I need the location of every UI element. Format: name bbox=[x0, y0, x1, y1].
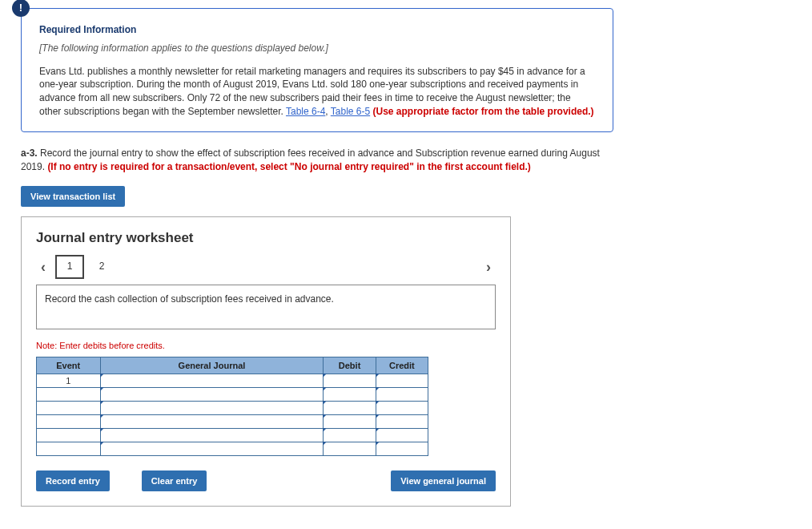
account-cell[interactable] bbox=[100, 415, 324, 429]
entry-instruction: Record the cash collection of subscripti… bbox=[36, 285, 496, 329]
table-link-6-4[interactable]: Table 6-4 bbox=[286, 106, 325, 117]
header-event: Event bbox=[37, 357, 101, 374]
account-cell[interactable] bbox=[100, 374, 324, 388]
debit-cell[interactable] bbox=[324, 442, 376, 456]
clear-entry-button[interactable]: Clear entry bbox=[142, 470, 207, 491]
debits-before-credits-note: Note: Enter debits before credits. bbox=[36, 341, 496, 350]
view-transaction-list-button[interactable]: View transaction list bbox=[21, 186, 125, 207]
required-info-title: Required Information bbox=[39, 23, 595, 37]
question-prefix: a-3. bbox=[21, 147, 38, 159]
worksheet-title: Journal entry worksheet bbox=[36, 230, 496, 246]
credit-cell[interactable] bbox=[376, 374, 428, 388]
credit-cell[interactable] bbox=[376, 402, 428, 415]
account-cell[interactable] bbox=[100, 429, 324, 442]
page-tab-2[interactable]: 2 bbox=[89, 256, 115, 277]
journal-row bbox=[37, 442, 428, 456]
credit-cell[interactable] bbox=[376, 415, 428, 429]
debit-cell[interactable] bbox=[324, 402, 376, 415]
journal-row bbox=[37, 388, 428, 402]
chevron-left-icon[interactable]: ‹ bbox=[36, 259, 50, 276]
header-credit: Credit bbox=[376, 357, 428, 374]
event-number-cell: 1 bbox=[37, 374, 101, 388]
table-link-6-5[interactable]: Table 6-5 bbox=[331, 106, 370, 117]
chevron-right-icon[interactable]: › bbox=[481, 259, 496, 276]
question-text: a-3. Record the journal entry to show th… bbox=[21, 147, 613, 174]
debit-cell[interactable] bbox=[324, 429, 376, 442]
header-debit: Debit bbox=[324, 357, 376, 374]
journal-row: 1 bbox=[37, 374, 428, 388]
event-number-cell bbox=[37, 442, 101, 456]
required-info-box: ! Required Information [The following in… bbox=[21, 8, 613, 132]
event-number-cell bbox=[37, 429, 101, 442]
view-general-journal-button[interactable]: View general journal bbox=[391, 470, 496, 491]
credit-cell[interactable] bbox=[376, 442, 428, 456]
account-cell[interactable] bbox=[100, 442, 324, 456]
scenario-text: Evans Ltd. publishes a monthly newslette… bbox=[39, 65, 595, 119]
page-tab-1[interactable]: 1 bbox=[55, 255, 84, 279]
account-cell[interactable] bbox=[100, 402, 324, 415]
journal-table: Event General Journal Debit Credit 1 bbox=[36, 357, 428, 456]
debit-cell[interactable] bbox=[324, 374, 376, 388]
journal-entry-worksheet: Journal entry worksheet ‹ 1 2 › Record t… bbox=[21, 216, 511, 507]
record-entry-button[interactable]: Record entry bbox=[36, 470, 110, 491]
worksheet-button-row: Record entry Clear entry View general jo… bbox=[36, 470, 496, 491]
event-number-cell bbox=[37, 388, 101, 402]
debit-cell[interactable] bbox=[324, 415, 376, 429]
pager: ‹ 1 2 › bbox=[36, 256, 496, 278]
question-hint: (If no entry is required for a transacti… bbox=[47, 161, 531, 172]
applies-text: [The following information applies to th… bbox=[39, 42, 595, 55]
journal-row bbox=[37, 429, 428, 442]
debit-cell[interactable] bbox=[324, 388, 376, 402]
event-number-cell bbox=[37, 402, 101, 415]
credit-cell[interactable] bbox=[376, 429, 428, 442]
account-cell[interactable] bbox=[100, 388, 324, 402]
journal-row bbox=[37, 415, 428, 429]
use-factor-note: (Use appropriate factor from the table p… bbox=[370, 106, 593, 117]
info-badge-icon: ! bbox=[12, 0, 30, 17]
credit-cell[interactable] bbox=[376, 388, 428, 402]
journal-row bbox=[37, 402, 428, 415]
header-general-journal: General Journal bbox=[100, 357, 324, 374]
event-number-cell bbox=[37, 415, 101, 429]
